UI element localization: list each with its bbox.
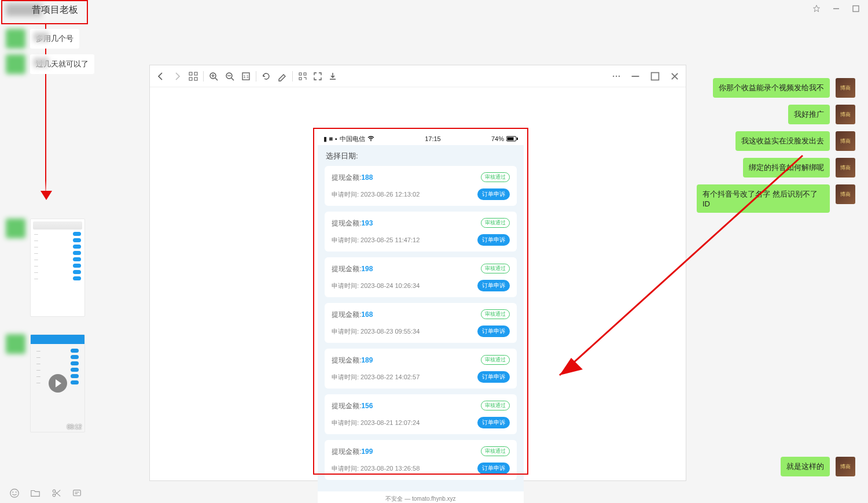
- outgoing-message: 你那个收益能录个视频发给我不博商: [693, 78, 855, 98]
- svg-point-4: [16, 491, 17, 493]
- viewer-maximize-icon[interactable]: [650, 71, 660, 82]
- scissors-icon[interactable]: [51, 488, 61, 498]
- svg-rect-1: [853, 6, 859, 12]
- avatar[interactable]: 博商: [836, 184, 855, 204]
- incoming-message: 多用几个号: [6, 29, 133, 49]
- svg-rect-18: [299, 77, 301, 80]
- svg-rect-16: [299, 73, 301, 75]
- svg-rect-9: [194, 72, 197, 75]
- message-bubble[interactable]: 就是这样的: [781, 457, 830, 476]
- download-icon[interactable]: [328, 71, 338, 82]
- chat-history-icon[interactable]: [72, 488, 82, 498]
- outgoing-message: 我好推广博商: [693, 105, 855, 124]
- fit-icon[interactable]: 1:1: [241, 71, 251, 82]
- avatar[interactable]: 博商: [836, 457, 855, 476]
- window-controls: [811, 3, 861, 14]
- message-text: 有个抖音号改了名字 然后识别不了ID: [703, 190, 818, 208]
- zoom-out-icon[interactable]: [225, 71, 235, 82]
- message-text: 我好推广: [794, 110, 824, 119]
- fullscreen-icon[interactable]: [312, 71, 323, 82]
- viewer-close-icon[interactable]: [670, 71, 680, 82]
- svg-point-6: [53, 494, 56, 497]
- incoming-video-message: ---- ---- ---- ---- ---- ---- 00:12: [6, 334, 133, 432]
- grid-icon[interactable]: [188, 71, 198, 82]
- message-bubble[interactable]: 绑定的抖音如何解绑呢: [743, 158, 830, 177]
- viewer-body: ▮◾▪ 中国电信 17:15 74% 选择日期: 提现金额:188审核通过申请时…: [150, 87, 686, 480]
- svg-rect-7: [73, 490, 81, 496]
- avatar[interactable]: 博商: [836, 158, 855, 177]
- minimize-button[interactable]: [831, 3, 841, 14]
- annotation-box-phone: [313, 128, 528, 475]
- phone-footer: 不安全 — tomato.fhynb.xyz: [318, 491, 524, 503]
- message-text: 就是这样的: [786, 462, 824, 471]
- avatar[interactable]: [6, 29, 25, 49]
- svg-point-3: [12, 491, 13, 493]
- window-titlebar: XXXX昔项目老板: [0, 0, 868, 23]
- svg-rect-10: [189, 77, 192, 80]
- qr-scan-icon[interactable]: [297, 71, 308, 82]
- play-overlay[interactable]: [31, 335, 84, 432]
- message-bubble[interactable]: 你那个收益能录个视频发给我不: [713, 78, 830, 98]
- edit-icon[interactable]: [277, 71, 288, 82]
- svg-text:1:1: 1:1: [243, 75, 249, 79]
- svg-rect-11: [194, 77, 197, 80]
- outgoing-message: 有个抖音号改了名字 然后识别不了ID博商: [693, 184, 855, 213]
- text-blur-mask: [34, 32, 49, 42]
- outgoing-message: 绑定的抖音如何解绑呢博商: [693, 158, 855, 177]
- more-button[interactable]: ···: [612, 72, 621, 81]
- svg-rect-20: [652, 72, 659, 80]
- prev-arrow-icon[interactable]: [156, 71, 166, 82]
- svg-point-2: [10, 489, 19, 497]
- message-bubble[interactable]: 多用几个号: [30, 29, 79, 49]
- svg-rect-8: [189, 72, 192, 75]
- avatar[interactable]: 博商: [836, 78, 855, 98]
- message-bubble[interactable]: 我这收益实在没脸发出去: [735, 131, 830, 151]
- video-duration: 00:12: [67, 424, 82, 430]
- message-bubble[interactable]: 我好推广: [788, 105, 830, 124]
- message-bubble[interactable]: 过几天就可以了: [30, 54, 94, 74]
- incoming-image-message: ---- ---- ---- ---- ---- ---- ---- ----: [6, 219, 133, 317]
- chat-input-toolbar: [9, 488, 82, 498]
- svg-point-5: [53, 490, 56, 493]
- image-viewer-window: 1:1 ··· ▮◾▪ 中国电信: [149, 65, 686, 481]
- emoji-icon[interactable]: [9, 488, 20, 498]
- pin-icon[interactable]: [811, 3, 822, 14]
- rotate-icon[interactable]: [261, 71, 271, 82]
- viewer-toolbar: 1:1 ···: [150, 65, 686, 87]
- folder-icon[interactable]: [30, 488, 41, 498]
- avatar[interactable]: [6, 54, 25, 74]
- next-arrow-icon[interactable]: [172, 71, 182, 82]
- video-thumbnail[interactable]: ---- ---- ---- ---- ---- ---- 00:12: [30, 334, 85, 432]
- zoom-in-icon[interactable]: [208, 71, 219, 82]
- outgoing-message-column: 你那个收益能录个视频发给我不博商 我好推广博商 我这收益实在没脸发出去博商 绑定…: [693, 78, 855, 220]
- thumb-header-bar: [33, 221, 82, 230]
- incoming-message-column: 多用几个号 过几天就可以了 ---- ---- ---- ---- ---- -…: [6, 27, 133, 432]
- avatar[interactable]: 博商: [836, 131, 855, 151]
- outgoing-message: 我这收益实在没脸发出去博商: [693, 131, 855, 151]
- incoming-message: 过几天就可以了: [6, 54, 133, 74]
- text-blur-mask: [34, 58, 49, 67]
- image-thumbnail[interactable]: ---- ---- ---- ---- ---- ---- ---- ----: [30, 219, 85, 317]
- outgoing-message: 就是这样的博商: [781, 457, 855, 476]
- avatar[interactable]: [6, 334, 25, 354]
- svg-rect-17: [304, 73, 306, 75]
- message-text: 绑定的抖音如何解绑呢: [749, 163, 824, 172]
- play-icon: [49, 374, 67, 393]
- message-bubble[interactable]: 有个抖音号改了名字 然后识别不了ID: [697, 184, 830, 213]
- avatar[interactable]: 博商: [836, 105, 855, 124]
- message-text: 你那个收益能录个视频发给我不: [719, 83, 824, 92]
- annotation-box-title: [1, 0, 88, 24]
- avatar[interactable]: [6, 219, 25, 238]
- maximize-button[interactable]: [851, 3, 861, 14]
- svg-marker-26: [560, 358, 583, 375]
- message-text: 我这收益实在没脸发出去: [741, 136, 824, 145]
- viewer-minimize-icon[interactable]: [630, 71, 641, 82]
